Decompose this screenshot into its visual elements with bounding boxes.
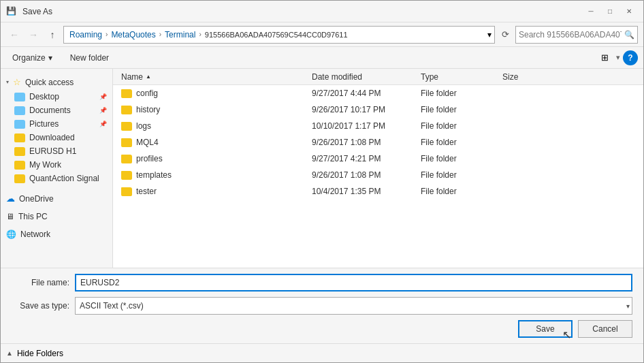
sidebar-item-quantaction[interactable]: QuantAction Signal — [1, 172, 112, 185]
onedrive-item[interactable]: ☁ OneDrive — [1, 191, 112, 206]
mywork-folder-icon — [14, 161, 25, 170]
title-bar: 💾 Save As ─ □ ✕ — [1, 1, 643, 22]
organize-toolbar: Organize ▾ New folder ⊞ ▾ ? — [1, 47, 643, 69]
file-name-cell: logs — [118, 121, 309, 131]
col-header-type[interactable]: Type — [418, 72, 500, 82]
documents-pin-icon: 📌 — [99, 107, 107, 114]
file-name-cell: profiles — [118, 154, 309, 163]
quantaction-folder-icon — [14, 174, 25, 183]
filename-row: File name: — [12, 274, 632, 291]
quantaction-label: QuantAction Signal — [29, 174, 99, 183]
eurusd-folder-icon — [14, 147, 25, 156]
sidebar-item-eurusd[interactable]: EURUSD H1 — [1, 144, 112, 158]
maximize-button[interactable]: □ — [601, 5, 619, 18]
quick-access-star-icon: ☆ — [13, 77, 21, 87]
crumb-roaming[interactable]: Roaming — [67, 29, 105, 41]
documents-label: Documents — [29, 106, 71, 115]
desktop-label: Desktop — [29, 92, 59, 101]
file-name-cell: config — [118, 89, 309, 98]
col-header-size[interactable]: Size — [500, 72, 554, 82]
sidebar-item-documents[interactable]: Documents 📌 — [1, 104, 112, 117]
close-button[interactable]: ✕ — [620, 5, 638, 18]
search-input[interactable] — [519, 30, 622, 40]
crumb-metaquotes[interactable]: MetaQuotes — [108, 29, 158, 41]
network-item[interactable]: 🌐 Network — [1, 227, 112, 242]
forward-button[interactable]: → — [25, 27, 42, 43]
table-row[interactable]: MQL4 9/26/2017 1:08 PM File folder — [113, 134, 643, 151]
file-list-header: Name ▲ Date modified Type Size — [113, 69, 643, 85]
network-label: Network — [20, 230, 50, 239]
quick-access-header[interactable]: ▾ ☆ Quick access — [1, 74, 112, 90]
folder-icon — [121, 89, 132, 98]
file-name-cell: MQL4 — [118, 138, 309, 147]
pc-icon: 🖥 — [6, 212, 14, 221]
desktop-folder-icon — [14, 93, 25, 101]
sidebar-item-pictures[interactable]: Pictures 📌 — [1, 117, 112, 131]
dialog-icon: 💾 — [6, 6, 17, 17]
save-button[interactable]: Save — [518, 320, 573, 338]
hide-folders-chevron-icon: ▲ — [6, 349, 13, 357]
address-bar[interactable]: Roaming › MetaQuotes › Terminal › 915566… — [63, 26, 495, 44]
file-list: Name ▲ Date modified Type Size config — [113, 69, 643, 268]
sidebar-item-desktop[interactable]: Desktop 📌 — [1, 90, 112, 104]
view-dropdown-icon[interactable]: ▾ — [616, 53, 620, 62]
file-name-cell: tester — [118, 187, 309, 196]
folder-icon — [121, 171, 132, 180]
pictures-label: Pictures — [29, 119, 59, 129]
title-controls: ─ □ ✕ — [582, 5, 638, 18]
refresh-button[interactable]: ⟳ — [498, 27, 513, 42]
search-icon: 🔍 — [624, 30, 634, 40]
table-row[interactable]: profiles 9/27/2017 4:21 PM File folder — [113, 151, 643, 167]
organize-button[interactable]: Organize ▾ — [6, 50, 59, 65]
col-header-date[interactable]: Date modified — [309, 72, 418, 82]
filetype-row: Save as type: ASCII Text (*.csv) ▾ — [12, 297, 632, 315]
toolbar2-right: ⊞ ▾ ? — [596, 50, 638, 65]
hide-folders-label: Hide Folders — [17, 349, 63, 358]
organize-dropdown-icon: ▾ — [48, 53, 52, 63]
new-folder-button[interactable]: New folder — [64, 50, 115, 65]
onedrive-icon: ☁ — [6, 193, 15, 204]
filetype-label: Save as type: — [12, 301, 69, 311]
minimize-button[interactable]: ─ — [582, 5, 600, 18]
organize-label: Organize — [12, 53, 46, 63]
filetype-select[interactable]: ASCII Text (*.csv) — [75, 297, 632, 315]
sort-arrow-icon: ▲ — [146, 74, 151, 80]
crumb-terminal[interactable]: Terminal — [162, 29, 198, 41]
table-row[interactable]: templates 9/26/2017 1:08 PM File folder — [113, 167, 643, 183]
file-name-cell: templates — [118, 170, 309, 180]
hide-folders-bar[interactable]: ▲ Hide Folders — [1, 343, 643, 362]
sidebar-item-downloaded[interactable]: Downloaded — [1, 131, 112, 144]
this-pc-item[interactable]: 🖥 This PC — [1, 209, 112, 224]
folder-icon — [121, 106, 132, 114]
table-row[interactable]: logs 10/10/2017 1:17 PM File folder — [113, 118, 643, 134]
view-button[interactable]: ⊞ — [596, 50, 613, 65]
filename-input[interactable] — [75, 274, 632, 291]
table-row[interactable]: config 9/27/2017 4:44 PM File folder — [113, 85, 643, 101]
this-pc-label: This PC — [18, 212, 48, 221]
quick-access-label: Quick access — [25, 78, 74, 87]
help-button[interactable]: ? — [623, 50, 638, 65]
dropdown-arrow-icon[interactable]: ▾ — [487, 30, 492, 40]
downloaded-label: Downloaded — [29, 133, 75, 142]
dialog-title: Save As — [22, 7, 52, 16]
save-button-wrapper: Save ↖ — [518, 320, 573, 338]
cancel-button[interactable]: Cancel — [578, 320, 632, 338]
bottom-section: File name: Save as type: ASCII Text (*.c… — [1, 268, 643, 343]
save-as-dialog: 💾 Save As ─ □ ✕ ← → ↑ Roaming › MetaQuot… — [0, 0, 644, 363]
table-row[interactable]: tester 10/4/2017 1:35 PM File folder — [113, 183, 643, 200]
sidebar: ▾ ☆ Quick access Desktop 📌 Documents 📌 P… — [1, 69, 113, 268]
title-bar-left: 💾 Save As — [6, 6, 52, 17]
button-row: Save ↖ Cancel — [12, 320, 632, 338]
sidebar-item-mywork[interactable]: My Work — [1, 158, 112, 172]
onedrive-label: OneDrive — [19, 194, 54, 204]
pictures-pin-icon: 📌 — [99, 121, 107, 127]
up-button[interactable]: ↑ — [44, 27, 61, 43]
table-row[interactable]: history 9/26/2017 10:17 PM File folder — [113, 101, 643, 118]
eurusd-label: EURUSD H1 — [29, 146, 76, 156]
crumb-current: 915566BA06ADA407569C544CC0D97611 — [202, 29, 351, 40]
search-box[interactable]: 🔍 — [515, 26, 638, 44]
desktop-pin-icon: 📌 — [99, 93, 107, 100]
back-button[interactable]: ← — [6, 27, 22, 43]
network-icon: 🌐 — [6, 230, 16, 239]
col-header-name[interactable]: Name ▲ — [118, 72, 309, 82]
